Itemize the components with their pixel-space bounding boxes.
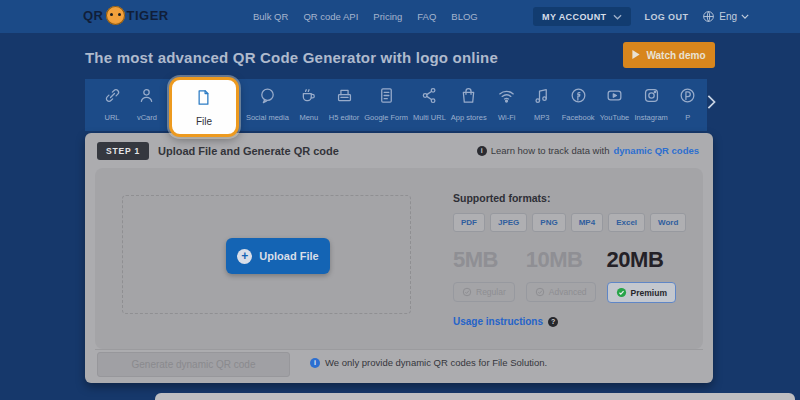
qr-type-label: P	[685, 113, 690, 122]
qr-type-label: Google Form	[364, 113, 408, 122]
qr-type-label: URL	[104, 113, 119, 122]
facebook-icon	[569, 86, 588, 109]
qr-type-label: Facebook	[562, 113, 595, 122]
plan-label: Regular	[476, 287, 506, 297]
nav-item-qr-code-api[interactable]: QR code API	[303, 11, 358, 22]
qr-type-file[interactable]: File	[169, 77, 239, 137]
info-icon: i	[310, 358, 320, 368]
shopping-bag-icon	[459, 86, 478, 109]
my-account-label: MY ACCOUNT	[542, 12, 607, 22]
tier-regular: 5MBRegular	[453, 247, 515, 302]
format-badge-png: PNG	[532, 213, 565, 232]
tier-advanced: 10MBAdvanced	[526, 247, 596, 302]
typewriter-icon	[335, 86, 354, 109]
help-icon[interactable]: ?	[548, 317, 558, 327]
upload-file-label: Upload File	[259, 250, 318, 262]
wifi-icon	[497, 86, 516, 109]
form-document-icon	[377, 86, 396, 109]
qr-type-facebook[interactable]: Facebook	[562, 86, 595, 122]
chat-bubble-icon	[258, 86, 277, 109]
music-note-icon	[532, 86, 551, 109]
globe-icon	[702, 10, 715, 23]
formats-and-limits: Supported formats: PDFJPEGPNGMP4ExcelWor…	[453, 192, 699, 327]
tier-size: 5MB	[453, 247, 498, 273]
file-icon	[194, 88, 213, 111]
format-badge-mp4: MP4	[571, 213, 603, 232]
nav-right: MY ACCOUNT LOG OUT Eng	[533, 0, 749, 33]
logo-text-qr: QR	[83, 8, 104, 23]
usage-instructions-link[interactable]: Usage instructions	[453, 316, 543, 327]
format-badges: PDFJPEGPNGMP4ExcelWord	[453, 213, 699, 232]
nav-item-blog[interactable]: BLOG	[451, 11, 477, 22]
check-circle-green-icon	[616, 287, 627, 298]
plan-label: Premium	[631, 288, 667, 298]
play-icon	[632, 50, 640, 61]
tier-premium: 20MBPremium	[607, 247, 676, 303]
qr-type-multi-url[interactable]: Multi URL	[413, 86, 446, 122]
qr-type-label: H5 editor	[329, 113, 359, 122]
log-out-link[interactable]: LOG OUT	[645, 12, 689, 22]
share-nodes-icon	[420, 86, 439, 109]
generate-qr-button[interactable]: Generate dynamic QR code	[97, 352, 290, 377]
qr-type-social-media[interactable]: Social media	[246, 86, 289, 122]
qr-type-label: File	[196, 116, 212, 127]
instagram-icon	[642, 86, 661, 109]
qr-type-label: App stores	[451, 113, 487, 122]
chevron-right-icon	[706, 97, 716, 112]
plan-pill-regular[interactable]: Regular	[453, 282, 515, 302]
chevron-down-icon	[613, 14, 622, 20]
qr-type-label: Multi URL	[413, 113, 446, 122]
plan-pill-advanced[interactable]: Advanced	[526, 282, 596, 302]
size-tiers: 5MBRegular10MBAdvanced20MBPremium	[453, 247, 699, 303]
qr-type-label: MP3	[534, 113, 549, 122]
qr-type-p[interactable]: P	[673, 86, 703, 122]
tier-size: 20MB	[607, 247, 664, 273]
learn-row: i Learn how to track data with dynamic Q…	[477, 145, 699, 156]
format-badge-jpeg: JPEG	[490, 213, 527, 232]
next-section-peek	[155, 393, 795, 400]
note-text: We only provide dynamic QR codes for Fil…	[325, 357, 547, 368]
nav-menu: Bulk QRQR code APIPricingFAQBLOG	[253, 0, 478, 33]
plan-pill-premium[interactable]: Premium	[607, 282, 676, 303]
step-title: Upload File and Generate QR code	[158, 145, 339, 157]
qr-tiger-logo[interactable]: QR TIGER	[83, 6, 169, 25]
qr-type-label: Menu	[299, 113, 318, 122]
check-circle-icon	[535, 287, 545, 297]
dynamic-qr-codes-link[interactable]: dynamic QR codes	[613, 145, 699, 156]
format-badge-pdf: PDF	[453, 213, 485, 232]
nav-item-faq[interactable]: FAQ	[417, 11, 436, 22]
qr-type-label: Wi-Fi	[498, 113, 516, 122]
qr-type-label: YouTube	[600, 113, 629, 122]
qr-type-label: Instagram	[635, 113, 668, 122]
qr-type-url[interactable]: URL	[97, 86, 127, 122]
qr-type-wi-fi[interactable]: Wi-Fi	[492, 86, 522, 122]
my-account-button[interactable]: MY ACCOUNT	[533, 7, 631, 26]
info-icon: i	[477, 146, 487, 156]
nav-item-bulk-qr[interactable]: Bulk QR	[253, 11, 288, 22]
plus-icon: +	[237, 249, 252, 264]
file-dropzone[interactable]: + Upload File	[122, 195, 411, 314]
qr-type-mp3[interactable]: MP3	[527, 86, 557, 122]
youtube-icon	[605, 86, 624, 109]
qr-type-label: vCard	[137, 113, 157, 122]
watch-demo-label: Watch demo	[646, 50, 705, 61]
note-row: i We only provide dynamic QR codes for F…	[310, 357, 547, 368]
qr-type-app-stores[interactable]: App stores	[451, 86, 487, 122]
tiger-icon	[106, 6, 125, 25]
qr-type-youtube[interactable]: YouTube	[600, 86, 630, 122]
qr-type-h5-editor[interactable]: H5 editor	[329, 86, 359, 122]
watch-demo-button[interactable]: Watch demo	[623, 42, 715, 68]
qr-type-instagram[interactable]: Instagram	[635, 86, 668, 122]
language-selector[interactable]: Eng	[702, 10, 749, 23]
qr-type-google-form[interactable]: Google Form	[364, 86, 408, 122]
qr-type-menu[interactable]: Menu	[294, 86, 324, 122]
carousel-next-button[interactable]	[706, 95, 716, 112]
upload-file-button[interactable]: + Upload File	[226, 238, 330, 274]
coffee-cup-icon	[299, 86, 318, 109]
qr-type-label: Social media	[246, 113, 289, 122]
format-badge-excel: Excel	[608, 213, 645, 232]
check-circle-icon	[462, 287, 472, 297]
learn-text: Learn how to track data with	[491, 145, 610, 156]
nav-item-pricing[interactable]: Pricing	[373, 11, 402, 22]
qr-type-vcard[interactable]: vCard	[132, 86, 162, 122]
